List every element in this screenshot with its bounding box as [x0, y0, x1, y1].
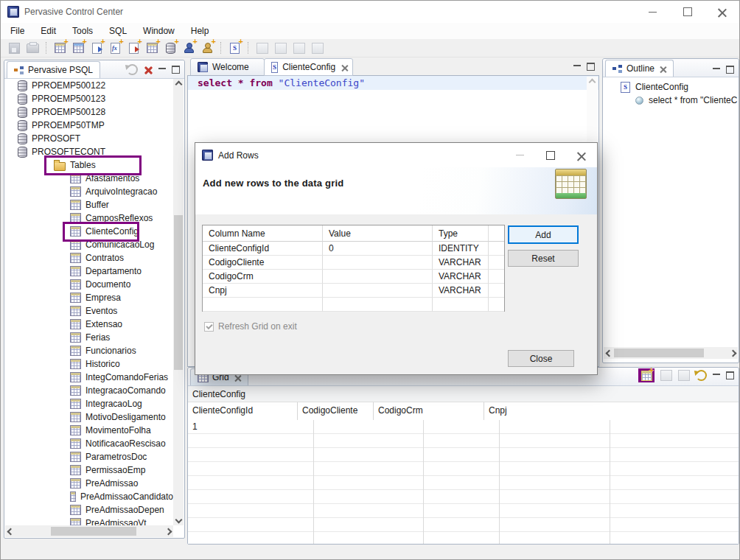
- cell-value[interactable]: [323, 284, 433, 298]
- refresh-icon[interactable]: [696, 370, 707, 381]
- refresh-icon[interactable]: [127, 64, 138, 75]
- cell-value[interactable]: [323, 256, 433, 270]
- explorer-vertical-scrollbar[interactable]: [173, 79, 184, 525]
- grid-button[interactable]: [271, 40, 290, 56]
- tree-item-table[interactable]: IntegComandoFerias: [5, 371, 173, 384]
- menu-item[interactable]: Window: [135, 24, 183, 38]
- stop-icon[interactable]: [144, 66, 153, 74]
- scrollbar-thumb[interactable]: [174, 215, 183, 370]
- tab-welcome[interactable]: Welcome: [190, 58, 265, 76]
- tree-item-database[interactable]: PPROEMP500128: [5, 105, 173, 119]
- new-script-button[interactable]: [88, 40, 106, 56]
- scrollbar-thumb[interactable]: [51, 527, 136, 536]
- save-button[interactable]: [5, 40, 24, 56]
- tree-item-database[interactable]: PPROEMP500123: [5, 92, 173, 105]
- tree-item-table[interactable]: IntegracaoLog: [5, 397, 173, 410]
- dialog-table-row[interactable]: CodigoCliente VARCHAR: [203, 256, 504, 270]
- tab-clienteconfig[interactable]: S ClienteConfig: [264, 58, 353, 76]
- scroll-right-icon[interactable]: [163, 526, 173, 537]
- tree-item-table[interactable]: Funcionarios: [5, 344, 173, 357]
- dialog-table-row[interactable]: Cnpj VARCHAR: [203, 284, 504, 298]
- cell-value[interactable]: [323, 270, 433, 284]
- tab-pervasive-psql[interactable]: Pervasive PSQL: [7, 61, 100, 78]
- dialog-close-button[interactable]: [566, 143, 597, 167]
- scrollbar-thumb[interactable]: [614, 349, 704, 357]
- grid-column-header[interactable]: Cnpj: [484, 402, 739, 420]
- tree-item-database[interactable]: PPROEMP500122: [5, 79, 173, 92]
- scroll-right-icon[interactable]: [727, 348, 738, 359]
- grid-column-header[interactable]: CodigoCliente: [298, 402, 374, 420]
- tab-close-icon[interactable]: [341, 64, 346, 71]
- outline-horizontal-scrollbar[interactable]: [604, 347, 738, 359]
- refresh-grid-checkbox[interactable]: [204, 322, 214, 332]
- tree-item-table[interactable]: Contratos: [5, 251, 173, 265]
- new-group-button[interactable]: [198, 40, 217, 56]
- minimize-panel-icon[interactable]: [158, 68, 166, 72]
- print-button[interactable]: [24, 40, 42, 56]
- tree-item-table[interactable]: Eventos: [5, 304, 173, 318]
- new-sql-document-button[interactable]: S: [226, 40, 244, 56]
- tree-item-database[interactable]: PROSOFTECONT: [5, 145, 173, 158]
- reset-button[interactable]: Reset: [508, 250, 579, 267]
- copy-icon[interactable]: [678, 370, 690, 381]
- grid-cell-value[interactable]: 1: [192, 421, 198, 432]
- tree-item-table[interactable]: NotificacaoRescisao: [5, 437, 173, 450]
- tree-item-database[interactable]: PPROEMP50TMP: [5, 119, 173, 132]
- document-button[interactable]: [290, 40, 308, 56]
- tree-item-table[interactable]: IntegracaoComando: [5, 384, 173, 397]
- maximize-panel-icon[interactable]: [587, 63, 595, 71]
- copy-button[interactable]: [308, 40, 327, 56]
- maximize-panel-icon[interactable]: [172, 66, 180, 74]
- tree-item-table[interactable]: Historico: [5, 357, 173, 371]
- minimize-panel-icon[interactable]: [573, 65, 581, 69]
- cell-value[interactable]: 0: [323, 242, 433, 256]
- dialog-maximize-button[interactable]: [535, 143, 566, 167]
- dialog-table-row[interactable]: ClienteConfigId 0 IDENTITY: [203, 242, 504, 256]
- grid-body[interactable]: 1: [188, 420, 739, 544]
- minimize-button[interactable]: [635, 1, 670, 23]
- tree-item-table[interactable]: Extensao: [5, 318, 173, 331]
- tree-item-table[interactable]: PreAdmissaoCandidato: [5, 490, 173, 503]
- tree-item-table[interactable]: MovimentoFolha: [5, 424, 173, 437]
- new-function-button[interactable]: [106, 40, 125, 56]
- menu-item[interactable]: Help: [183, 24, 217, 38]
- tree-item-table[interactable]: ParametrosDoc: [5, 450, 173, 463]
- export-button[interactable]: [253, 40, 271, 56]
- tree-item-table[interactable]: Afastamentos: [5, 172, 173, 185]
- new-user-button[interactable]: [180, 40, 198, 56]
- close-dialog-button[interactable]: Close: [508, 350, 574, 367]
- tree-item-table[interactable]: PreAdmissaoDepen: [5, 503, 173, 517]
- new-database-button[interactable]: [161, 40, 180, 56]
- add-button[interactable]: Add: [508, 225, 579, 244]
- tree-item-table[interactable]: PermissaoEmp: [5, 463, 173, 477]
- dialog-minimize-button[interactable]: [504, 143, 535, 167]
- dialog-table-row[interactable]: CodigoCrm VARCHAR: [203, 270, 504, 284]
- new-import-button[interactable]: [125, 40, 143, 56]
- tree-item-table[interactable]: Ferias: [5, 331, 173, 344]
- tree-item-table[interactable]: Departamento: [5, 265, 173, 278]
- grid-column-header[interactable]: CodigoCrm: [374, 402, 484, 420]
- tree-item-table-clienteconfig[interactable]: ClienteConfig: [5, 225, 173, 238]
- tree-item-database[interactable]: PPROSOFT: [5, 132, 173, 145]
- tree-item-table[interactable]: Buffer: [5, 198, 173, 211]
- edit-grid-icon[interactable]: [660, 370, 672, 381]
- menu-item[interactable]: File: [2, 24, 32, 38]
- close-button[interactable]: [705, 1, 739, 23]
- grid-column-header[interactable]: ClienteConfigId: [188, 402, 298, 420]
- tree-item-table[interactable]: ComunicacaoLog: [5, 238, 173, 251]
- menu-item[interactable]: Edit: [32, 24, 64, 38]
- scroll-up-icon[interactable]: [173, 79, 184, 90]
- new-view-button[interactable]: [69, 40, 88, 56]
- menu-item[interactable]: SQL: [101, 24, 135, 38]
- tab-close-icon[interactable]: [660, 66, 666, 72]
- tree-item-table[interactable]: PreAdmissao: [5, 477, 173, 490]
- tab-outline[interactable]: Outline: [605, 60, 674, 77]
- tree-item-table[interactable]: MotivoDesligamento: [5, 410, 173, 424]
- maximize-button[interactable]: [670, 1, 705, 23]
- maximize-panel-icon[interactable]: [726, 66, 734, 74]
- minimize-panel-icon[interactable]: [713, 68, 720, 72]
- new-index-button[interactable]: [143, 40, 161, 56]
- minimize-panel-icon[interactable]: [713, 374, 720, 378]
- menu-item[interactable]: Tools: [64, 24, 101, 38]
- explorer-horizontal-scrollbar[interactable]: [5, 525, 173, 537]
